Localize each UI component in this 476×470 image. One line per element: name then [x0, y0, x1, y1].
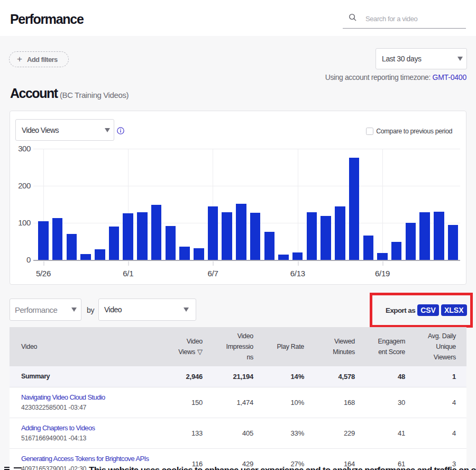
x-axis-line: [33, 260, 460, 261]
chart-bar[interactable]: [208, 206, 218, 260]
sort-descending-icon: ▽: [195, 348, 203, 356]
chart-bar[interactable]: [109, 227, 120, 260]
chart-bar[interactable]: [406, 223, 416, 260]
chart-bar[interactable]: [349, 158, 360, 260]
x-axis-tick: [382, 261, 383, 266]
x-axis-tick: [213, 261, 214, 266]
date-range-value: Last 30 days: [382, 55, 457, 63]
chevron-down-icon: [71, 308, 77, 312]
column-header-video-views[interactable]: Video Views ▽: [162, 327, 213, 366]
chart-bar[interactable]: [391, 242, 402, 260]
y-axis-label: 0: [12, 256, 31, 264]
table-row: Adding Chapters to Videos5167166949001 -…: [10, 418, 466, 448]
chart-bar[interactable]: [151, 205, 162, 260]
chart-bar[interactable]: [166, 226, 176, 260]
dimension-value: Video: [104, 305, 184, 314]
performance-page: Performance + Add filters Last 30 days U…: [0, 0, 476, 470]
page-title: Performance: [10, 12, 84, 27]
export-xlsx-button[interactable]: XLSX: [441, 304, 467, 316]
export-controls: Export as CSV XLSX: [386, 304, 467, 316]
x-axis-label: 6/19: [367, 269, 398, 278]
metric-value: 150: [162, 387, 213, 418]
date-range-select[interactable]: Last 30 days: [376, 48, 467, 69]
metric-value: 30: [365, 387, 416, 418]
chart-bar[interactable]: [448, 225, 459, 260]
chart-bar[interactable]: [137, 212, 148, 260]
video-views-bar-chart: 01002003005/266/16/76/136/19: [10, 111, 466, 284]
gridline-h: [33, 149, 460, 149]
chart-bar[interactable]: [38, 221, 49, 260]
chart-bar[interactable]: [123, 213, 133, 260]
video-title-link[interactable]: Generating Access Tokens for Brightcove …: [21, 455, 152, 463]
chart-bar[interactable]: [95, 249, 105, 260]
account-subtitle: (BC Training Videos): [60, 91, 129, 100]
timezone-note: Using account reporting timezone: GMT-04…: [325, 73, 466, 82]
add-filters-label: Add filters: [27, 56, 58, 64]
x-axis-label: 5/26: [28, 269, 59, 278]
gridline-v: [298, 149, 298, 260]
chart-bar[interactable]: [321, 216, 331, 260]
chart-bar[interactable]: [335, 206, 345, 260]
y-axis-label: 300: [12, 144, 31, 152]
video-id-duration: 5167166949001 -04:13: [21, 435, 152, 442]
chart-bar[interactable]: [292, 252, 303, 260]
report-type-select[interactable]: Performance: [10, 299, 81, 321]
summary-value: 4,578: [315, 366, 365, 387]
summary-value: 48: [365, 366, 416, 387]
chart-card: Video Views Compare to previous period 0…: [10, 111, 466, 285]
x-axis-label: 6/13: [282, 269, 314, 278]
x-axis-label: 6/7: [197, 269, 228, 278]
gridline-h: [33, 223, 460, 223]
metric-value: 1,474: [213, 387, 264, 418]
performance-table: VideoVideo Views ▽Video ImpressionsPlay …: [10, 327, 466, 470]
column-header-play-rate[interactable]: Play Rate: [264, 327, 315, 366]
metric-value: 10%: [264, 387, 315, 418]
x-axis-label: 6/1: [112, 269, 144, 278]
column-header-engagement-score[interactable]: Engagement Score: [365, 327, 416, 366]
y-axis-label: 200: [12, 182, 31, 189]
chart-bar[interactable]: [52, 218, 63, 260]
chart-bar[interactable]: [80, 254, 91, 260]
chart-bar[interactable]: [377, 253, 388, 260]
chart-bar[interactable]: [194, 248, 204, 260]
export-csv-button[interactable]: CSV: [417, 304, 439, 316]
top-header: Performance: [0, 0, 476, 36]
summary-row: Summary2,94621,19414%4,578481: [10, 366, 466, 387]
metric-value: 168: [315, 387, 365, 418]
metric-value: 4: [416, 418, 466, 448]
export-as-label: Export as: [386, 306, 415, 314]
summary-value: 14%: [264, 366, 315, 387]
video-title-link[interactable]: Adding Chapters to Videos: [21, 424, 152, 432]
chart-bar[interactable]: [222, 212, 232, 260]
column-header-video-impressions[interactable]: Video Impressions: [213, 327, 264, 366]
account-title: Account: [10, 86, 58, 101]
chart-bar[interactable]: [236, 204, 246, 260]
chart-bar[interactable]: [419, 212, 430, 260]
column-header-viewed-minutes[interactable]: Viewed Minutes: [315, 327, 365, 366]
chevron-down-icon: [184, 308, 189, 312]
metric-value: 4: [416, 387, 466, 418]
table-row: Navigating Video Cloud Studio42303225850…: [10, 387, 466, 418]
chevron-down-icon: [457, 57, 463, 61]
chart-bar[interactable]: [363, 236, 374, 260]
timezone-link[interactable]: GMT-0400: [432, 73, 466, 82]
x-axis-tick: [298, 261, 299, 266]
search-icon: [349, 13, 357, 22]
video-title-link[interactable]: Navigating Video Cloud Studio: [21, 393, 152, 401]
chart-bar[interactable]: [179, 247, 190, 260]
chart-bar[interactable]: [264, 232, 275, 260]
account-heading: Account (BC Training Videos): [10, 86, 129, 101]
chart-bar[interactable]: [278, 255, 289, 260]
clipped-bottom-text: This website uses cookies to enhance use…: [89, 466, 476, 470]
chart-bar[interactable]: [307, 212, 317, 260]
video-cell: Adding Chapters to Videos5167166949001 -…: [10, 418, 162, 448]
column-header-avg-daily-unique-viewers[interactable]: Avg. Daily Unique Viewers: [416, 327, 466, 366]
search-input[interactable]: [365, 13, 462, 24]
clipped-bottom-strip: This website uses cookies to enhance use…: [4, 466, 476, 470]
chart-bar[interactable]: [67, 234, 77, 260]
add-filters-button[interactable]: + Add filters: [9, 51, 69, 67]
chart-bar[interactable]: [434, 212, 444, 260]
plus-icon: +: [17, 55, 22, 64]
dimension-select[interactable]: Video: [98, 299, 196, 321]
chart-bar[interactable]: [250, 213, 261, 260]
